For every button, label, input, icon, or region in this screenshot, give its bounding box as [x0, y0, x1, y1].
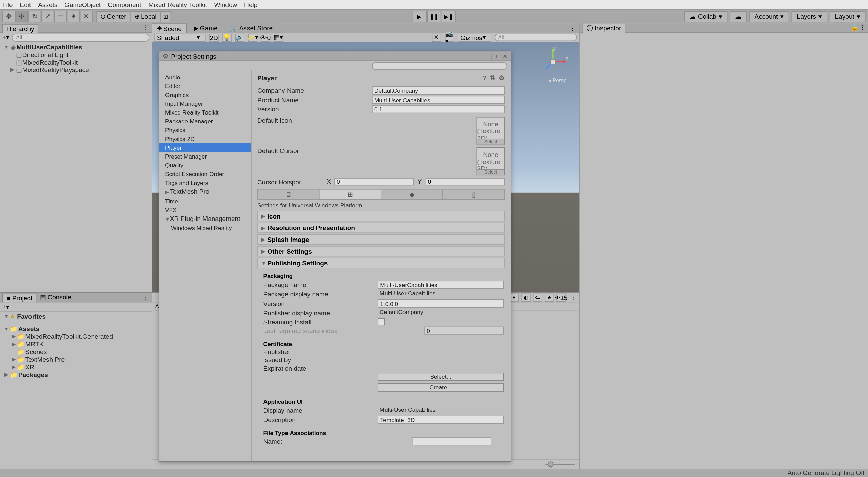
collab-button[interactable]: ☁Collab▾: [684, 11, 728, 22]
menu-mrtk[interactable]: Mixed Reality Toolkit: [148, 1, 207, 8]
play-button[interactable]: ▶: [412, 11, 427, 22]
hierarchy-item[interactable]: ▶▢MixedRealityPlayspace: [2, 66, 149, 74]
select-button[interactable]: Select: [477, 169, 504, 175]
category-physics2d[interactable]: Physics 2D: [159, 134, 251, 143]
tab-game[interactable]: ▶Game: [188, 23, 223, 33]
tab-scene[interactable]: ◈Scene: [152, 23, 187, 33]
category-tags-layers[interactable]: Tags and Layers: [159, 179, 251, 187]
snap-button[interactable]: ⊞: [161, 11, 171, 22]
gear-icon[interactable]: ⚙: [499, 74, 505, 82]
window-menu-icon[interactable]: ⋮: [488, 53, 494, 59]
menu-help[interactable]: Help: [244, 1, 257, 8]
category-quality[interactable]: Quality: [159, 161, 251, 170]
step-button[interactable]: ▶❚: [441, 11, 456, 22]
inspector-tab[interactable]: ⓘ Inspector: [582, 23, 625, 34]
hotspot-x-input[interactable]: [334, 178, 414, 186]
default-cursor-picker[interactable]: None(Texture 2D)Select: [476, 147, 505, 175]
services-button[interactable]: ☁: [730, 11, 747, 22]
category-input-manager[interactable]: Input Manager: [159, 99, 251, 108]
panel-menu-icon[interactable]: ⋮: [143, 24, 149, 32]
streaming-checkbox[interactable]: [378, 318, 385, 325]
category-graphics[interactable]: Graphics: [159, 90, 251, 99]
project-tab[interactable]: ■ Project: [2, 293, 36, 302]
category-vfx[interactable]: VFX: [159, 206, 251, 214]
version-input[interactable]: [372, 105, 505, 113]
platform-android-tab[interactable]: ◆: [381, 190, 443, 199]
hierarchy-item[interactable]: ▢MixedRealityToolkit: [2, 59, 149, 66]
mode-2d-button[interactable]: 2D: [209, 33, 219, 41]
lighting-status[interactable]: Auto Generate Lighting Off: [788, 469, 864, 476]
close-icon[interactable]: ✕: [502, 53, 507, 59]
tab-asset-store[interactable]: 🛒Asset Store: [224, 23, 278, 33]
description-input[interactable]: [378, 416, 504, 424]
panel-menu-icon[interactable]: ⋮: [859, 24, 866, 32]
category-script-exec[interactable]: Script Execution Order: [159, 170, 251, 179]
category-wmr[interactable]: Windows Mixed Reality: [159, 224, 251, 232]
tools-icon[interactable]: ✕: [432, 33, 441, 41]
create-dropdown[interactable]: +▾: [2, 303, 10, 311]
pkg-name-input[interactable]: [378, 281, 504, 289]
rotate-tool-icon[interactable]: ↻: [28, 11, 41, 22]
lock-icon[interactable]: 🔒: [851, 24, 859, 32]
menu-edit[interactable]: Edit: [20, 1, 31, 8]
panel-lock-icon[interactable]: ⋮: [571, 294, 577, 302]
create-dropdown[interactable]: +▾: [2, 34, 10, 41]
hierarchy-item[interactable]: ▢Directional Light: [2, 51, 149, 59]
project-folder[interactable]: ▶📁 XR: [2, 364, 149, 371]
platform-ios-tab[interactable]: ▯: [443, 190, 504, 199]
layout-button[interactable]: Layout▾: [830, 11, 866, 22]
menu-assets[interactable]: Assets: [38, 1, 57, 8]
scale-tool-icon[interactable]: ⤢: [41, 11, 54, 22]
favorite-icon[interactable]: ★: [545, 293, 554, 302]
scene-search[interactable]: [495, 34, 577, 41]
select-button[interactable]: Select: [477, 139, 504, 144]
menu-file[interactable]: File: [2, 1, 13, 8]
project-folder[interactable]: ▶📁 TextMesh Pro: [2, 356, 149, 364]
hand-tool-icon[interactable]: ✥: [2, 11, 15, 22]
custom-tool-icon[interactable]: ✕: [80, 11, 93, 22]
category-xr-plugin[interactable]: ▼XR Plug-in Management: [159, 214, 251, 224]
fold-other[interactable]: ▶Other Settings: [257, 246, 505, 256]
help-icon[interactable]: ?: [482, 74, 487, 82]
project-folder[interactable]: ▶📁 MixedRealityToolkit.Generated: [2, 333, 149, 341]
menu-gameobject[interactable]: GameObject: [64, 1, 101, 8]
audio-toggle-icon[interactable]: 🔊: [235, 33, 244, 41]
category-preset-manager[interactable]: Preset Manager: [159, 152, 251, 161]
hotspot-y-input[interactable]: [426, 178, 505, 186]
project-folder[interactable]: 📁 Scenes: [2, 348, 149, 356]
maximize-icon[interactable]: □: [496, 53, 500, 59]
hidden-icon[interactable]: 👁15: [556, 293, 566, 302]
fold-publishing[interactable]: ▼Publishing Settings: [257, 258, 505, 268]
pivot-center-button[interactable]: ⊙Center: [96, 11, 131, 22]
menu-window[interactable]: Window: [214, 1, 237, 8]
fold-splash[interactable]: ▶Splash Image: [257, 234, 505, 245]
grid-toggle-icon[interactable]: ▦▾: [274, 33, 283, 41]
category-tmp[interactable]: ▶TextMesh Pro: [159, 187, 251, 197]
hidden-count-icon[interactable]: 👁0: [261, 33, 270, 41]
cert-select-button[interactable]: Select...: [378, 373, 504, 381]
shading-dropdown[interactable]: Shaded ▾: [154, 33, 205, 41]
assets-folder[interactable]: ▼📁 Assets: [2, 325, 149, 333]
camera-icon[interactable]: 📷▾: [445, 33, 454, 41]
category-time[interactable]: Time: [159, 197, 251, 206]
default-icon-picker[interactable]: None(Texture 2D)Select: [476, 117, 505, 145]
platform-uwp-tab[interactable]: ⊞: [320, 190, 381, 199]
fold-icon[interactable]: ▶Icon: [257, 211, 505, 221]
rect-tool-icon[interactable]: ▭: [54, 11, 67, 22]
company-name-input[interactable]: [372, 86, 505, 95]
favorites-header[interactable]: ▼★ Favorites: [2, 313, 149, 321]
filter-label-icon[interactable]: 🏷: [533, 293, 542, 302]
pkg-version-input[interactable]: [378, 299, 504, 308]
layers-button[interactable]: Layers▾: [791, 11, 827, 22]
fold-resolution[interactable]: ▶Resolution and Presentation: [257, 223, 505, 233]
transform-tool-icon[interactable]: ✦: [67, 11, 80, 22]
hierarchy-search[interactable]: [12, 33, 149, 41]
project-folder[interactable]: ▶📁 MRTK: [2, 340, 149, 348]
thumbnail-size-slider[interactable]: [545, 463, 575, 464]
product-name-input[interactable]: [372, 96, 505, 104]
category-mrtk[interactable]: Mixed Reality Toolkit: [159, 108, 251, 117]
category-physics[interactable]: Physics: [159, 126, 251, 134]
preset-icon[interactable]: ⇅: [490, 74, 495, 82]
hierarchy-scene[interactable]: ▼◈MultiUserCapabilities: [2, 43, 149, 51]
category-player[interactable]: Player: [159, 143, 251, 152]
